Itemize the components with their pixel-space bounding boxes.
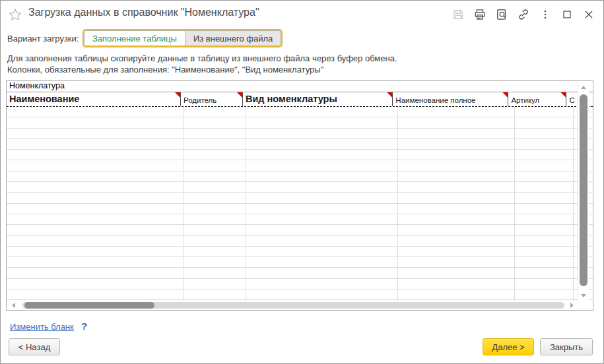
column-header-label: С bbox=[569, 96, 574, 104]
nomenclature-spreadsheet[interactable]: Номенклатура НаименованиеРодительВид ном… bbox=[6, 80, 593, 311]
hint-line-1: Для заполнения таблицы скопируйте данные… bbox=[7, 53, 397, 63]
column-header-label: Вид номенклатуры bbox=[246, 94, 337, 104]
dialog-window: Загрузка данных в справочник "Номенклату… bbox=[0, 0, 604, 364]
load-variant-label: Вариант загрузки: bbox=[7, 34, 79, 44]
column-header-label: Наименование bbox=[9, 94, 79, 104]
note-corner-marker bbox=[175, 92, 180, 98]
more-menu-icon[interactable] bbox=[539, 8, 552, 21]
horizontal-scrollbar-thumb[interactable] bbox=[24, 302, 154, 309]
close-icon[interactable] bbox=[582, 8, 595, 21]
edit-form-link[interactable]: Изменить бланк bbox=[10, 322, 74, 332]
print-preview-icon[interactable] bbox=[495, 8, 508, 21]
horizontal-scrollbar[interactable] bbox=[7, 301, 576, 310]
column-header[interactable]: Наименование bbox=[7, 92, 181, 106]
table-group-header[interactable]: Номенклатура bbox=[7, 81, 593, 92]
close-button[interactable]: Закрыть bbox=[540, 338, 593, 355]
tab-fill-table[interactable]: Заполнение таблицы bbox=[84, 30, 185, 46]
get-link-icon[interactable] bbox=[517, 8, 530, 21]
tab-from-external-file[interactable]: Из внешнего файла bbox=[185, 30, 281, 46]
maximize-icon[interactable] bbox=[560, 8, 574, 21]
grid-column-line bbox=[183, 107, 184, 301]
title-bar: Загрузка данных в справочник "Номенклату… bbox=[1, 1, 603, 27]
save-icon[interactable] bbox=[452, 8, 465, 21]
load-variant-switch: Заполнение таблицы Из внешнего файла bbox=[83, 29, 283, 47]
next-button[interactable]: Далее > bbox=[483, 338, 534, 355]
scroll-left-arrow-icon[interactable] bbox=[12, 303, 15, 308]
vertical-scrollbar[interactable] bbox=[578, 81, 589, 301]
table-body-grid[interactable] bbox=[7, 107, 593, 301]
window-toolbar bbox=[452, 8, 595, 21]
back-button[interactable]: < Назад bbox=[9, 338, 60, 355]
table-header-row: НаименованиеРодительВид номенклатурыНаим… bbox=[7, 92, 593, 107]
column-header[interactable]: Родитель bbox=[181, 92, 243, 106]
grid-column-line bbox=[514, 107, 515, 301]
help-icon[interactable]: ? bbox=[81, 320, 87, 332]
print-icon[interactable] bbox=[473, 8, 487, 21]
column-header[interactable]: Артикул bbox=[508, 92, 566, 106]
grid-column-line bbox=[246, 107, 246, 301]
grid-column-line bbox=[397, 107, 398, 301]
note-corner-marker bbox=[387, 92, 392, 98]
vertical-scrollbar-thumb[interactable] bbox=[580, 94, 587, 286]
grid-column-line bbox=[573, 107, 574, 301]
column-header[interactable]: Наименование полное bbox=[393, 92, 508, 106]
column-header-label: Родитель bbox=[184, 96, 217, 104]
column-header[interactable]: Вид номенклатуры bbox=[243, 92, 393, 106]
scroll-right-arrow-icon[interactable] bbox=[570, 303, 574, 308]
column-header-label: Артикул bbox=[511, 96, 539, 104]
column-header-label: Наименование полное bbox=[395, 96, 475, 104]
scroll-down-arrow-icon[interactable] bbox=[581, 294, 586, 297]
note-corner-marker bbox=[502, 92, 508, 98]
note-corner-marker bbox=[237, 92, 242, 98]
scroll-up-arrow-icon[interactable] bbox=[581, 86, 586, 89]
note-corner-marker bbox=[560, 92, 566, 98]
page-title: Загрузка данных в справочник "Номенклату… bbox=[28, 7, 259, 18]
hint-line-2: Колонки, обязательные для заполнения: "Н… bbox=[7, 65, 323, 75]
favorite-star-icon[interactable] bbox=[8, 7, 22, 22]
